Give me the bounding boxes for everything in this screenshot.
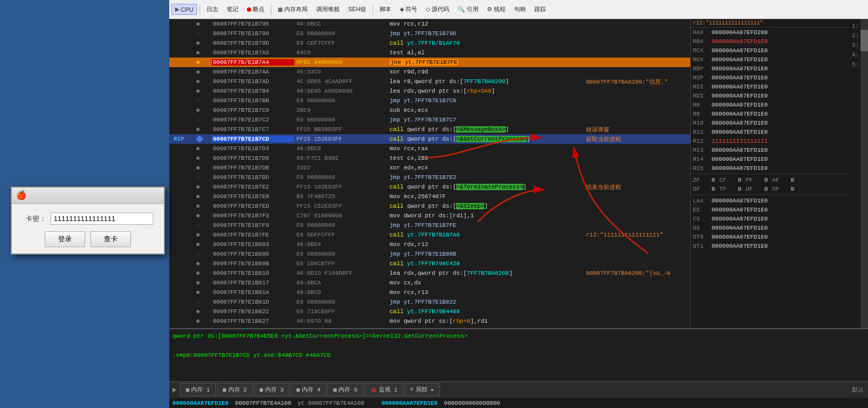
table-row[interactable]: ↓ 00007FF7B7E1B7F9 E9 00000000 jmp yt.7F… (169, 221, 690, 230)
reg-rsi: RSI 000000AA87EFD1E0 (691, 82, 868, 91)
reg-es: ES 000000AA87EFD1E0 (691, 205, 868, 214)
login-button[interactable]: 登录 (45, 231, 85, 247)
table-row[interactable]: 00007FF7B7E1B7ED FF15 C52ED3FF call qwor… (169, 201, 690, 211)
tab-memory-map[interactable]: ▦ 内存布局 (274, 3, 311, 15)
tab-locals[interactable]: ≡ 局部 ▸ (404, 383, 440, 396)
table-row[interactable]: 00007FF7B7E1B7F3 C707 01000000 mov dword… (169, 211, 690, 221)
table-row[interactable]: 00007FF7B7E1B810 48:8D15 F1A9D8FF lea rd… (169, 268, 690, 278)
tab-memory4[interactable]: ▦ 内存 4 (291, 383, 326, 396)
table-row[interactable]: ↓ 00007FF7B7E1B7C2 E9 00000000 jmp yt.7F… (169, 115, 690, 125)
tabs-scroll-left[interactable]: ▶ (169, 385, 180, 394)
tab-memory1[interactable]: ▦ 内存 1 (180, 383, 216, 396)
num-sidebar: 1: 2: 3: 4: 5: (850, 19, 861, 328)
info-bar: qword ptr ds:[00007FF7B7B4E5E8 <yt.&GetC… (169, 328, 868, 381)
table-row[interactable]: 00007FF7B7E1B7D6 66:F7C1 B902 test cx,2B… (169, 153, 690, 163)
reg-r11: R11 000000AA87EFD1E0 (691, 127, 868, 136)
tab-notes[interactable]: 笔记 (223, 3, 242, 15)
table-row[interactable]: ↓ 00007FF7B7E1B806 E9 00000000 jmp yt.7F… (169, 249, 690, 259)
table-row[interactable]: 00007FF7B7E1B7FE E8 9DFFCFFF call yt.7FF… (169, 230, 690, 240)
table-row[interactable]: ↓ 00007FF7B7E1B7DD E9 00000000 jmp yt.7F… (169, 173, 690, 182)
table-row[interactable]: 00007FF7B7E1B822 E8 718CB9FF call yt.7FF… (169, 307, 690, 316)
num-line: 2: (850, 31, 859, 40)
password-label: 卡密： (22, 214, 46, 224)
table-row[interactable]: 00007FF7B7E1B7E8 B9 7F406725 mov ecx,256… (169, 192, 690, 201)
scrollbar[interactable] (861, 19, 868, 328)
reg-r9: R9 000000AA87EFD1E0 (691, 109, 868, 118)
table-row[interactable]: ↓ 00007FF7B7E1B81D E9 00000000 jmp yt.7F… (169, 297, 690, 307)
table-row[interactable]: 00007FF7B7E1B7D3 48:8BC8 mov rcx,rax (169, 144, 690, 153)
table-row[interactable]: 00007FF7B7E1B7A2 84C0 test al,al (169, 48, 690, 58)
tab-memory2[interactable]: ▦ 内存 2 (217, 383, 253, 396)
table-row[interactable]: 00007FF7B7E1B795 49:8BCC mov rcx,r12 (169, 19, 690, 29)
reg-rdx: RDX 000000AA87EFD1E0 (691, 55, 868, 64)
tab-call-stack[interactable]: 调用堆栈 (312, 3, 343, 15)
arrow-col (185, 22, 212, 26)
table-row[interactable]: 00007FF7B7E1B7AD 4C:8D05 4CAAD8FF lea r8… (169, 77, 690, 86)
reg-st0: ST0 000000AA87EFD1E0 (691, 232, 868, 241)
table-row[interactable]: 00007FF7B7E1B7E2 FF15 102ED3FF call qwor… (169, 182, 690, 192)
dialog-titlebar: 🍎 (12, 187, 164, 204)
table-row[interactable]: 00007FF7B7E1B7DB 33D2 xor edx,ecx (169, 163, 690, 173)
tab-trace[interactable]: 跟踪 (531, 3, 550, 15)
reg-r15: R15 000000AA87EFD1E0 (691, 164, 868, 173)
num-line: 3: (850, 40, 859, 50)
table-row[interactable]: ↓ 00007FF7B7E1B798 E9 00000000 jmp yt.7F… (169, 29, 690, 38)
memory-icon2: ▦ (223, 387, 226, 393)
tab-source[interactable]: ◇ 源代码 (422, 3, 453, 15)
table-row[interactable]: RIP → 00007FF7B7E1B7CD FF15 152ED3FF cal… (169, 134, 690, 144)
disasm-table: 00007FF7B7E1B795 49:8BCC mov rcx,r12 ↓ 0… (169, 19, 690, 328)
reg-ss: SS 000000AA87EFD1E0 (691, 223, 868, 232)
tab-threads[interactable]: ⚙ 线程 (483, 3, 509, 15)
tab-log[interactable]: 日志 (203, 3, 222, 15)
reg-rbx: RBX 000000AA87EFD1E0 (691, 37, 868, 46)
query-button[interactable]: 查卡 (90, 231, 131, 247)
reg-rax: RAX 000000AA87EFD200 (691, 28, 868, 37)
tab-memory3[interactable]: ▦ 内存 3 (254, 383, 290, 396)
tab-symbols[interactable]: ◈ 符号 (396, 3, 421, 15)
table-row[interactable]: 00007FF7B7E1B81A 49:8BCD mov rcx,r13 (169, 288, 690, 297)
reg-r14: R14 000000AA87EFD1E0 (691, 154, 868, 164)
scrollbar-thumb[interactable] (861, 30, 868, 51)
reg-rsp: RSP 000000AA87EFD1E0 (691, 73, 868, 82)
num-line: 1: (850, 21, 859, 31)
tab-handles[interactable]: 句柄 (510, 3, 530, 15)
table-row[interactable]: ↓ 00007FF7B7E1B7BB E9 00000000 jmp yt.7F… (169, 96, 690, 105)
table-row[interactable]: 00007FF7B7E1B7C0 2BC9 sub ecx,ecx (169, 105, 690, 115)
reg-r12: R12 1111111111111111 (691, 136, 868, 145)
reg-sep (691, 174, 868, 174)
table-row[interactable]: 00007FF7B/E1B7A4 0F85 54000000 jne yt.7F… (169, 58, 690, 67)
reg-r8: R8 000000AA87EFD1E0 (691, 100, 868, 109)
table-row[interactable]: 00007FF7B7E1B7B4 48:8D95 A00D0000 lea rd… (169, 86, 690, 96)
table-row[interactable]: 00007FF7B7E1B7C7 FF15 BB39D3FF call qwor… (169, 125, 690, 134)
default-label: 默认 (852, 386, 868, 394)
num-line: 4: (850, 50, 859, 60)
reg-header: r12:"1111111111111111" (691, 19, 868, 28)
table-row[interactable]: 00007FF7B7E1B79D E8 CEF7CFFF call yt.7FF… (169, 38, 690, 48)
tab-seh[interactable]: SEH链 (344, 3, 370, 15)
dot-red-icon (247, 7, 251, 12)
tab-script[interactable]: 脚本 (376, 3, 395, 15)
reg-sep2 (691, 194, 868, 195)
tab-references[interactable]: 🔍 引用 (454, 3, 482, 15)
tab-breakpoints[interactable]: 断点 (243, 3, 268, 15)
addr-dot (196, 22, 200, 26)
table-row[interactable]: 00007FF7B7E1B817 66:8BCA mov cx,dx (169, 278, 690, 288)
memory-icon5: ▦ (333, 387, 336, 393)
debugger-panel: 00007FF7B7E1B795 49:8BCC mov rcx,r12 ↓ 0… (169, 19, 868, 328)
table-row[interactable]: 00007FF7B7E1B803 49:8BD4 mov rdx,r12 (169, 240, 690, 249)
reg-cs: CS 000000AA87EFD1E0 (691, 214, 868, 223)
reg-flags: ZF0 CF0 PF0 AF0 (691, 175, 868, 184)
table-row[interactable]: 00007FF7B7E1B827 48:897D 08 mov qword pt… (169, 316, 690, 326)
tab-memory5[interactable]: ▦ 内存 5 (327, 383, 363, 396)
table-row[interactable]: 00007FF7B7E1B80B E8 100CB7FF call yt.7FF… (169, 259, 690, 268)
memory-icon3: ▦ (260, 387, 263, 393)
tab-cpu[interactable]: ▶ CPU (171, 4, 197, 15)
toolbar: ▶ CPU 日志 笔记 断点 ▦ 内存布局 调用堆栈 SEH链 脚本 ◈ 符号 … (169, 0, 868, 19)
sep2 (271, 4, 271, 15)
table-row[interactable]: 00007FF7B7E1B7AA 45:33C9 xor r9d,r9d (169, 67, 690, 77)
reg-flags2: SF0 TF0 DF0 OF0 (691, 184, 868, 193)
tab-watch1[interactable]: 🐞 监视 1 (365, 383, 403, 396)
password-input[interactable] (51, 213, 153, 225)
reg-las: Las 000000AA87EFD1E0 (691, 196, 868, 205)
addr: 00007FF7B7E1B795 (212, 21, 294, 27)
